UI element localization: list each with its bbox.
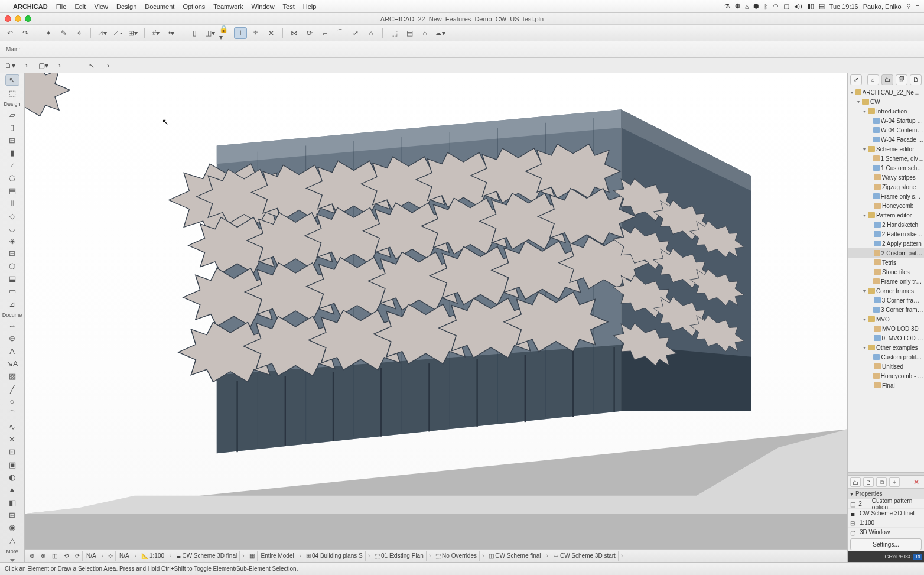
- tree-row[interactable]: Unitised: [848, 362, 924, 371]
- layer-combo-button[interactable]: ≣ CW Scheme 3D final: [174, 551, 240, 561]
- dimension-tool[interactable]: ↔: [5, 320, 19, 332]
- tree-row[interactable]: ▾Other examples: [848, 343, 924, 352]
- tree-row[interactable]: 2 Apply pattern: [848, 239, 924, 248]
- zoom-window-button[interactable]: [25, 15, 31, 22]
- battery-icon[interactable]: ▮▯: [807, 2, 814, 10]
- nav-new-button[interactable]: ＋: [889, 477, 900, 487]
- zoom-out-button[interactable]: ⊖: [27, 551, 37, 561]
- section-tool[interactable]: ◐: [5, 472, 19, 483]
- mesh-tool[interactable]: ⊿: [5, 298, 19, 310]
- railing-tool[interactable]: ⫴: [5, 197, 19, 209]
- mvo-button[interactable]: ◫ CW Scheme final: [486, 551, 544, 561]
- tree-row[interactable]: 3 Corner frames: [848, 295, 924, 305]
- status-icon[interactable]: ⌂: [745, 3, 749, 10]
- tree-row[interactable]: ▾MVO: [848, 314, 924, 324]
- lock-button[interactable]: 🔒▾: [219, 27, 232, 39]
- zoom-next-button[interactable]: ⟳: [73, 551, 83, 561]
- menu-help[interactable]: Help: [303, 3, 317, 10]
- ruler-button[interactable]: ▯: [188, 27, 201, 39]
- fill-tool[interactable]: ▨: [5, 371, 19, 382]
- tree-row[interactable]: 2 Custom pattern: [848, 248, 924, 258]
- tree-row[interactable]: Tetris: [848, 258, 924, 267]
- 3d-viewport[interactable]: ↖: [25, 73, 847, 562]
- curtainwall-tool[interactable]: ⊟: [5, 248, 19, 259]
- resize-button[interactable]: ⤢: [349, 27, 362, 39]
- worksheet-tool[interactable]: ⊞: [5, 509, 19, 521]
- pick-button[interactable]: ✦: [42, 27, 55, 39]
- menu-teamwork[interactable]: Teamwork: [213, 3, 243, 10]
- nav-clone-button[interactable]: ⧉: [876, 477, 887, 487]
- minimize-window-button[interactable]: [15, 15, 21, 22]
- tree-row[interactable]: 0. MVO LOD FP: [848, 333, 924, 343]
- adjust-button[interactable]: ⟳: [303, 27, 316, 39]
- tree-row[interactable]: Final: [848, 381, 924, 390]
- cloud-button[interactable]: ☁▾: [434, 27, 447, 39]
- tree-row[interactable]: Wavy stripes: [848, 173, 924, 182]
- nav-new-folder-button[interactable]: 🗀: [850, 477, 861, 487]
- tree-row[interactable]: 1 Custom scheme: [848, 163, 924, 173]
- elevation-tool[interactable]: ▲: [5, 484, 19, 495]
- disclosure-icon[interactable]: ▾: [862, 345, 867, 350]
- prop-window-row[interactable]: ▢3D Window: [848, 528, 924, 537]
- tree-row[interactable]: ▾Pattern editor: [848, 210, 924, 220]
- marquee-tool[interactable]: ⬚: [5, 87, 19, 98]
- hotspot-tool[interactable]: ✕: [5, 434, 19, 445]
- tree-row[interactable]: Frame only shadin: [848, 191, 924, 201]
- saved-view-button[interactable]: 🗋▾: [4, 60, 17, 72]
- trace-button[interactable]: ✕: [265, 27, 278, 39]
- circle-tool[interactable]: ○: [5, 396, 19, 407]
- roof-button[interactable]: ⌂: [365, 27, 378, 39]
- tree-row[interactable]: ▾Corner frames: [848, 286, 924, 295]
- eyedropper-button[interactable]: ✎: [57, 27, 70, 39]
- status-icon[interactable]: ⚗: [724, 2, 730, 10]
- object-tool[interactable]: ⬓: [5, 273, 19, 284]
- marquee-button[interactable]: ⬚: [388, 27, 401, 39]
- polyline-tool[interactable]: ⌒: [5, 408, 19, 420]
- redo-button[interactable]: ↷: [19, 27, 32, 39]
- zoom-in-button[interactable]: ⊕: [38, 551, 48, 561]
- layers-button[interactable]: ▤: [403, 27, 416, 39]
- interior-tool[interactable]: ◧: [5, 497, 19, 508]
- window-tool[interactable]: ⊞: [5, 134, 19, 145]
- wifi-icon[interactable]: ◠: [773, 2, 779, 10]
- user-name[interactable]: Pauko, Eniko: [863, 3, 902, 10]
- view-button[interactable]: ⌂: [418, 27, 431, 39]
- tree-row[interactable]: Stone tiles: [848, 267, 924, 277]
- menu-file[interactable]: File: [56, 3, 67, 10]
- menu-view[interactable]: View: [94, 3, 108, 10]
- menu-options[interactable]: Options: [183, 3, 205, 10]
- door-tool[interactable]: ▯: [5, 122, 19, 133]
- zoom-value-1[interactable]: N/A: [84, 551, 99, 561]
- gravity-button[interactable]: ⊥: [234, 27, 247, 39]
- clock[interactable]: Tue 19:16: [829, 3, 858, 10]
- notifications-icon[interactable]: ≡: [916, 3, 919, 10]
- undo-button[interactable]: ↶: [4, 27, 17, 39]
- fillet-button[interactable]: ⌒: [334, 27, 347, 39]
- disclosure-icon[interactable]: ▾: [862, 109, 867, 114]
- nav-delete-button[interactable]: ✕: [911, 477, 922, 487]
- zoom-fit-button[interactable]: ◫: [50, 551, 60, 561]
- partial-display-button[interactable]: ▦: [247, 551, 258, 561]
- scale-button[interactable]: 📐 1:100: [139, 551, 167, 561]
- tree-row[interactable]: 1 Scheme, division: [848, 154, 924, 163]
- disclosure-icon[interactable]: ▾: [862, 288, 867, 294]
- dot-button[interactable]: •▾: [165, 27, 178, 39]
- morph-tool[interactable]: ⬡: [5, 261, 19, 272]
- menu-document[interactable]: Document: [145, 3, 174, 10]
- nav-save-view-button[interactable]: 🗋: [863, 477, 874, 487]
- beam-tool[interactable]: ⟋: [5, 160, 19, 171]
- roof-tool[interactable]: ◇: [5, 210, 19, 221]
- dimension-button[interactable]: ↔ CW Scheme 3D start: [551, 551, 619, 561]
- tree-row[interactable]: W-04 Startup slide: [848, 116, 924, 125]
- label-tool[interactable]: ↘A: [5, 358, 19, 369]
- tree-row[interactable]: 2 Handsketch: [848, 220, 924, 229]
- guide-button[interactable]: ⟋▾: [111, 27, 124, 39]
- status-icon[interactable]: ❋: [735, 2, 740, 10]
- close-window-button[interactable]: [5, 15, 11, 22]
- tree-row[interactable]: ▾Introduction: [848, 106, 924, 116]
- prop-source-row[interactable]: ≣CW Scheme 3D final: [848, 509, 924, 518]
- tree-row[interactable]: 3 Corner frames F: [848, 305, 924, 314]
- spline-tool[interactable]: ∿: [5, 421, 19, 433]
- orientation-button[interactable]: ⊹: [106, 551, 116, 561]
- zoom-value-2[interactable]: N/A: [117, 551, 132, 561]
